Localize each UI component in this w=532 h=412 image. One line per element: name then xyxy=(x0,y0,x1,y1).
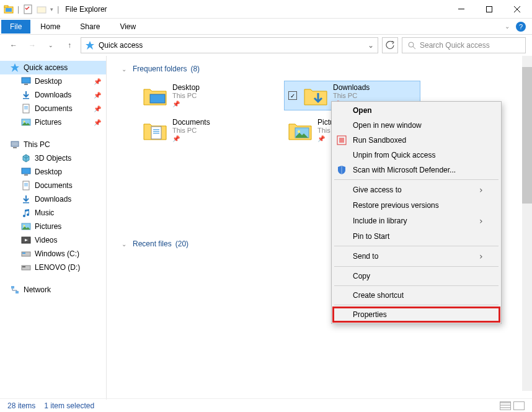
folder-icon xyxy=(21,235,31,245)
properties-qat-icon[interactable] xyxy=(23,4,33,14)
folder-item[interactable]: DesktopThis PC📌 xyxy=(139,81,275,110)
frequent-folders-header[interactable]: ⌄ Frequent folders (8) xyxy=(122,61,517,77)
pin-icon: 📌 xyxy=(94,92,101,99)
svg-rect-36 xyxy=(16,291,19,293)
nav-this-pc[interactable]: This PC xyxy=(0,138,106,151)
help-icon[interactable]: ? xyxy=(516,22,526,32)
svg-rect-14 xyxy=(24,106,28,107)
nav-pc-item[interactable]: Desktop xyxy=(0,165,106,179)
menu-item-open-in-new-window[interactable]: Open in new window xyxy=(333,118,500,133)
nav-pc-item[interactable]: Videos xyxy=(0,233,106,247)
checkbox-icon[interactable]: ✓ xyxy=(288,91,297,100)
chevron-down-icon[interactable]: ▾ xyxy=(50,6,53,12)
folder-icon xyxy=(288,119,313,141)
nav-pc-item[interactable]: LENOVO (D:) xyxy=(0,261,106,274)
back-button[interactable]: ← xyxy=(6,38,21,53)
sandbox-icon xyxy=(337,135,347,145)
search-input[interactable]: Search Quick access xyxy=(402,37,526,53)
nav-quick-item[interactable]: Pictures📌 xyxy=(0,115,106,129)
scrollbar-thumb[interactable] xyxy=(522,67,532,204)
context-menu: OpenOpen in new windowRun SandboxedUnpin… xyxy=(331,101,502,324)
menu-item-properties[interactable]: Properties xyxy=(333,307,500,322)
menu-item-give-access-to[interactable]: Give access to› xyxy=(333,182,500,198)
details-view-button[interactable] xyxy=(500,401,511,410)
folder-icon xyxy=(21,117,31,127)
nav-pc-item[interactable]: Documents xyxy=(0,179,106,192)
nav-pc-item[interactable]: Music xyxy=(0,206,106,220)
svg-rect-34 xyxy=(22,266,25,267)
menu-item-pin-to-start[interactable]: Pin to Start xyxy=(333,229,500,244)
refresh-button[interactable] xyxy=(382,37,398,53)
tab-view[interactable]: View xyxy=(110,20,146,34)
nav-pane: Quick access Desktop📌Downloads📌Documents… xyxy=(0,56,107,400)
scrollbar[interactable] xyxy=(522,56,532,391)
nav-pc-item[interactable]: Windows (C:) xyxy=(0,247,106,261)
status-bar: 28 items 1 item selected xyxy=(0,398,532,412)
close-button[interactable] xyxy=(503,0,531,19)
nav-pc-item[interactable]: Downloads xyxy=(0,192,106,206)
menu-item-restore-previous-versions[interactable]: Restore previous versions xyxy=(333,198,500,213)
menu-item-include-in-library[interactable]: Include in library› xyxy=(333,213,500,229)
folder-icon xyxy=(21,208,31,218)
nav-quick-access[interactable]: Quick access xyxy=(0,61,106,74)
chevron-right-icon: › xyxy=(479,216,484,226)
address-bar[interactable]: Quick access ⌄ xyxy=(81,37,378,53)
svg-rect-10 xyxy=(22,78,30,83)
nav-quick-item[interactable]: Documents📌 xyxy=(0,102,106,115)
menu-item-open[interactable]: Open xyxy=(333,103,500,118)
folder-icon xyxy=(303,84,328,107)
large-icons-view-button[interactable] xyxy=(513,401,525,410)
tab-share[interactable]: Share xyxy=(70,20,110,34)
new-folder-qat-icon[interactable] xyxy=(37,4,47,14)
menu-separator xyxy=(334,305,499,305)
menu-item-unpin-from-quick-access[interactable]: Unpin from Quick access xyxy=(333,148,500,163)
folder-icon xyxy=(21,262,31,272)
tab-home[interactable]: Home xyxy=(30,20,70,34)
menu-item-scan-with-microsoft-defender-[interactable]: Scan with Microsoft Defender... xyxy=(333,163,500,177)
svg-rect-4 xyxy=(37,7,46,13)
svg-point-8 xyxy=(409,42,414,47)
status-selection: 1 item selected xyxy=(44,401,94,410)
address-dropdown-icon[interactable]: ⌄ xyxy=(368,41,374,50)
nav-pc-item[interactable]: 3D Objects xyxy=(0,151,106,165)
svg-rect-1 xyxy=(4,6,8,7)
minimize-button[interactable] xyxy=(447,0,475,19)
folder-icon xyxy=(21,222,31,231)
window-title: File Explorer xyxy=(65,5,447,14)
separator: | xyxy=(17,5,19,14)
svg-rect-15 xyxy=(24,107,28,108)
svg-rect-37 xyxy=(150,94,165,103)
up-button[interactable]: ↑ xyxy=(62,38,77,53)
network-icon xyxy=(10,285,20,295)
menu-item-copy[interactable]: Copy xyxy=(333,269,500,284)
nav-bar: ← → ⌄ ↑ Quick access ⌄ Search Quick acce… xyxy=(0,35,532,56)
svg-rect-3 xyxy=(24,5,32,14)
pin-icon: 📌 xyxy=(94,78,101,85)
ribbon-expand-icon[interactable]: ⌄ xyxy=(505,23,510,30)
recent-dropdown[interactable]: ⌄ xyxy=(43,38,58,53)
address-location: Quick access xyxy=(99,41,143,50)
status-item-count: 28 items xyxy=(7,401,35,410)
pin-icon: 📌 xyxy=(172,101,180,107)
forward-button[interactable]: → xyxy=(25,38,40,53)
maximize-button[interactable] xyxy=(475,0,503,19)
menu-item-run-sandboxed[interactable]: Run Sandboxed xyxy=(333,133,500,148)
search-placeholder: Search Quick access xyxy=(420,41,490,50)
menu-item-send-to[interactable]: Send to› xyxy=(333,248,500,264)
pin-icon: 📌 xyxy=(317,135,325,142)
nav-pc-item[interactable]: Pictures xyxy=(0,220,106,233)
svg-rect-27 xyxy=(23,202,29,204)
nav-network[interactable]: Network xyxy=(0,283,106,297)
nav-quick-item[interactable]: Downloads📌 xyxy=(0,88,106,102)
svg-rect-40 xyxy=(153,131,159,132)
folder-item[interactable]: DocumentsThis PC📌 xyxy=(139,115,275,145)
nav-quick-item[interactable]: Desktop📌 xyxy=(0,74,106,88)
star-icon xyxy=(10,63,20,73)
shield-icon xyxy=(337,165,347,175)
svg-rect-39 xyxy=(153,129,159,130)
tab-file[interactable]: File xyxy=(1,20,30,34)
pin-icon: 📌 xyxy=(94,119,101,126)
folder-icon xyxy=(21,181,31,190)
menu-item-create-shortcut[interactable]: Create shortcut xyxy=(333,288,500,303)
menu-separator xyxy=(334,179,499,180)
